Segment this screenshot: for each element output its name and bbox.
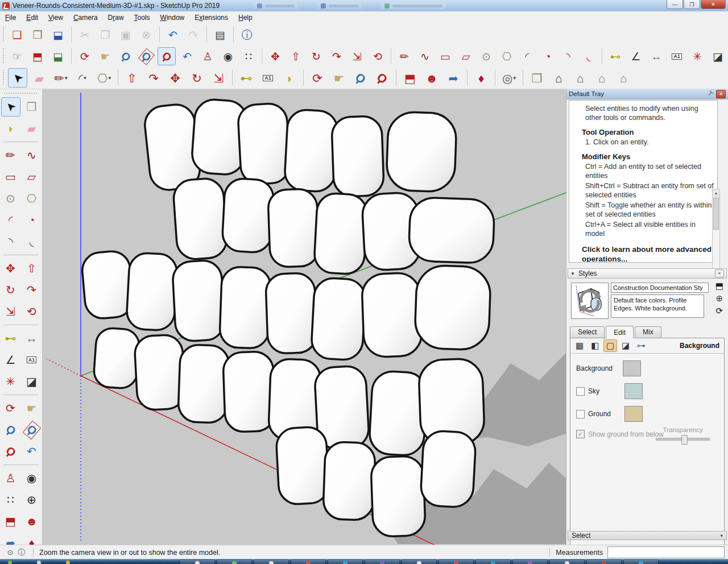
zoom-window-icon[interactable]: Ϙ xyxy=(22,420,42,439)
scroll-thumb[interactable] xyxy=(713,198,719,230)
walk-icon[interactable]: ∷ xyxy=(1,490,20,509)
push-pull-icon[interactable]: ⇧ xyxy=(287,47,305,65)
zoom-extents-icon[interactable]: Ϙ xyxy=(1,442,20,461)
rotated-rectangle-icon[interactable]: ▱ xyxy=(457,47,475,65)
instructor-link[interactable]: Click to learn about more advanced opera… xyxy=(582,245,715,263)
move-icon[interactable]: ✥ xyxy=(166,68,185,88)
zoom-icon[interactable]: Ϙ xyxy=(1,420,20,439)
taskbar-app-button[interactable] xyxy=(328,559,363,564)
minimize-button[interactable]: — xyxy=(667,0,683,9)
freehand-icon[interactable]: ∿ xyxy=(22,146,42,165)
model-info-icon[interactable]: ⓘ xyxy=(238,26,256,44)
taskbar-app-button[interactable] xyxy=(439,559,474,564)
pie-icon[interactable]: ◔ xyxy=(539,47,557,65)
menu-file[interactable]: File xyxy=(0,12,21,23)
share-model-icon[interactable]: ☻ xyxy=(22,512,42,531)
zoom-extents-icon[interactable]: Ϙ xyxy=(373,68,392,88)
scale-icon[interactable]: ⇲ xyxy=(209,68,228,88)
rotate-icon[interactable]: ↻ xyxy=(187,68,206,88)
paint-bucket-icon[interactable]: ◗ xyxy=(280,68,299,88)
eraser-icon[interactable]: ▰ xyxy=(30,68,49,88)
start-orb-icon[interactable] xyxy=(8,561,12,564)
tab-select[interactable]: Select xyxy=(570,326,605,338)
text-icon[interactable]: A1 xyxy=(668,47,686,65)
ground-checkbox[interactable] xyxy=(576,410,585,418)
zoom-window-icon[interactable]: Ϙ xyxy=(137,47,155,65)
position-camera-icon[interactable]: ♙ xyxy=(198,47,217,65)
restore-button[interactable]: ❐ xyxy=(684,0,700,9)
style-name-input[interactable] xyxy=(611,283,709,293)
dimension-icon[interactable]: ↔ xyxy=(647,47,665,65)
protractor-icon[interactable]: ∠ xyxy=(627,47,645,65)
scroll-up-icon[interactable]: ▲ xyxy=(713,189,719,197)
rectangle-icon[interactable]: ▭ xyxy=(436,47,454,65)
text-icon[interactable]: A1 xyxy=(22,350,42,370)
component-box-icon[interactable]: ❒ xyxy=(527,68,547,88)
line-icon[interactable]: ✏ xyxy=(1,146,20,165)
menu-camera[interactable]: Camera xyxy=(68,12,103,23)
extension-warehouse-icon[interactable]: ♦ xyxy=(471,68,491,88)
arc-segment-icon[interactable]: ◟ xyxy=(22,232,42,251)
offset-icon[interactable]: ⟲ xyxy=(369,47,387,65)
taskbar-start-area[interactable] xyxy=(8,561,70,564)
background-color-swatch[interactable] xyxy=(623,360,641,376)
line-icon[interactable]: ✏▾ xyxy=(51,68,71,88)
section-plane-icon[interactable]: ◪ xyxy=(22,372,42,391)
pinned-app-icon[interactable] xyxy=(37,561,41,564)
offset-icon[interactable]: ⟲ xyxy=(22,302,42,321)
share-model-icon[interactable]: ☻ xyxy=(422,68,441,88)
sign-in-icon[interactable]: ◎▾ xyxy=(499,68,519,88)
styles-close-icon[interactable]: ✕ xyxy=(715,269,724,277)
pan-icon[interactable]: ☛ xyxy=(96,47,114,65)
pie-icon[interactable]: ◔ xyxy=(22,210,42,230)
push-pull-icon[interactable]: ⇧ xyxy=(22,259,42,278)
windows-taskbar[interactable] xyxy=(0,559,728,564)
zoom-icon[interactable]: Ϙ xyxy=(117,47,135,65)
menu-tools[interactable]: Tools xyxy=(129,12,155,23)
orbit-icon[interactable]: ⟳ xyxy=(308,68,327,88)
slider-thumb[interactable] xyxy=(681,435,688,445)
sky-color-swatch[interactable] xyxy=(624,383,643,399)
model-canvas[interactable] xyxy=(43,89,566,545)
pan-icon[interactable]: ☛ xyxy=(22,399,42,418)
section-plane-icon[interactable]: ◪ xyxy=(709,47,727,65)
house-front-icon[interactable]: ⌂ xyxy=(549,68,568,88)
3d-warehouse-a-icon[interactable]: ⬒ xyxy=(28,47,47,65)
circle-icon[interactable]: ⊙ xyxy=(1,189,20,208)
taskbar-app-button[interactable] xyxy=(365,559,400,564)
position-camera-icon[interactable]: ♙ xyxy=(1,468,20,488)
dropdown-arrow-icon[interactable]: ▾ xyxy=(65,76,68,81)
styles-rollout-header[interactable]: ▼ Styles ✕ xyxy=(568,268,727,279)
dropdown-arrow-icon[interactable]: ▾ xyxy=(513,76,516,81)
dimension-icon[interactable]: ↔ xyxy=(22,329,42,348)
menu-window[interactable]: Window xyxy=(155,12,190,23)
face-settings-icon[interactable]: ◧ xyxy=(588,339,602,352)
arc-3pt-icon[interactable]: ◝ xyxy=(1,232,20,251)
info-icon[interactable]: ⓘ xyxy=(17,548,26,557)
orbit-icon[interactable]: ⟳ xyxy=(76,47,94,65)
tape-measure-icon[interactable]: ⊷ xyxy=(606,47,624,65)
rotate-icon[interactable]: ↻ xyxy=(1,280,20,300)
new-file-icon[interactable]: ❏ xyxy=(8,26,26,44)
move-icon[interactable]: ✥ xyxy=(266,47,284,65)
previous-view-icon[interactable]: ↶ xyxy=(22,442,42,461)
walk-icon[interactable]: ∷ xyxy=(239,47,258,65)
pinned-app-icon[interactable] xyxy=(66,561,70,564)
select-rollout-header[interactable]: Select ▾ xyxy=(568,531,727,540)
follow-me-icon[interactable]: ↷ xyxy=(144,68,163,88)
save-file-icon[interactable]: ⬓ xyxy=(49,26,67,44)
display-secondary-pane-icon[interactable]: ⬒ xyxy=(715,281,723,290)
select-icon[interactable]: ➤ xyxy=(1,97,20,117)
style-thumbnail[interactable] xyxy=(571,283,609,319)
arc-2pt-icon[interactable]: ◜ xyxy=(1,210,20,230)
move-icon[interactable]: ✥ xyxy=(1,259,20,278)
pin-icon[interactable]: ⊤ xyxy=(705,89,714,98)
geolocation-icon[interactable]: ⊙ xyxy=(6,548,15,557)
scale-icon[interactable]: ⇲ xyxy=(348,47,366,65)
taskbar-app-button[interactable] xyxy=(623,559,659,564)
sky-checkbox[interactable] xyxy=(576,387,585,396)
ground-color-swatch[interactable] xyxy=(624,406,643,422)
update-style-icon[interactable]: ⟳ xyxy=(716,306,723,315)
3d-warehouse-icon[interactable]: ⬒ xyxy=(1,512,20,531)
look-around-icon[interactable]: ◉ xyxy=(219,47,237,65)
